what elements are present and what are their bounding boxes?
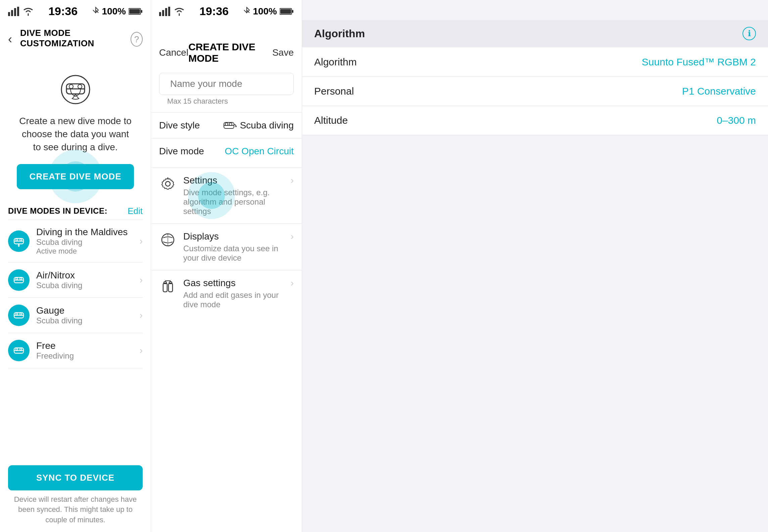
dive-mode-info-maldives: Diving in the Maldives Scuba diving Acti… [36, 227, 140, 256]
panel-dive-mode-customization: 19:36 100% ‹ DIVE MODE CUSTOMIZATION ? [0, 0, 151, 532]
dive-mode-name: Free [36, 340, 140, 351]
svg-point-10 [69, 85, 73, 89]
algorithm-header: Algorithm ℹ [302, 20, 768, 47]
name-input-wrapper [159, 73, 294, 95]
dive-mode-item-free[interactable]: Free Freediving › [0, 333, 151, 368]
chevron-icon: › [140, 345, 143, 356]
info-icon-symbol: ℹ [748, 29, 751, 38]
save-button[interactable]: Save [272, 47, 294, 58]
svg-point-15 [20, 239, 22, 241]
dive-mascot-icon [59, 73, 92, 106]
dive-style-text: Scuba diving [240, 120, 294, 131]
svg-rect-34 [280, 9, 291, 14]
battery-icon-2 [280, 8, 294, 15]
signal-icon-2 [159, 7, 171, 16]
displays-menu-item[interactable]: Displays Customize data you see in your … [151, 223, 302, 270]
mode-name-input[interactable] [170, 78, 290, 89]
dive-mode-sub: Scuba diving [36, 316, 140, 325]
svg-rect-0 [8, 12, 10, 16]
gas-settings-title: Gas settings [183, 278, 291, 288]
dive-mode-list: Diving in the Maldives Scuba diving Acti… [0, 220, 151, 368]
algo-row-1[interactable]: Personal P1 Conservative [302, 77, 768, 106]
displays-desc: Customize data you see in your dive devi… [183, 244, 291, 263]
scuba-icon [223, 120, 237, 130]
name-input-section: Max 15 characters [151, 69, 302, 112]
dive-mode-item-gauge[interactable]: Gauge Scuba diving › [0, 298, 151, 333]
algo-row-label: Personal [314, 86, 354, 97]
svg-point-38 [229, 123, 232, 125]
algo-row-label: Altitude [314, 115, 348, 126]
battery-icons-2: 100% [243, 6, 294, 17]
dive-mode-name: Air/Nitrox [36, 270, 140, 281]
algo-row-0[interactable]: Algorithm Suunto Fused™ RGBM 2 [302, 48, 768, 77]
battery-pct-1: 100% [102, 6, 126, 17]
dive-modes-section-title: DIVE MODES IN DEVICE: [8, 206, 107, 216]
display-icon [159, 231, 177, 249]
svg-point-40 [165, 181, 170, 186]
gas-settings-menu-item[interactable]: Gas settings Add and edit gases in your … [151, 270, 302, 317]
algo-row-value: 0–300 m [717, 115, 756, 126]
bluetooth-icon [92, 7, 99, 16]
input-hint: Max 15 characters [159, 95, 294, 109]
algo-row-value: Suunto Fused™ RGBM 2 [642, 56, 756, 68]
displays-title: Displays [183, 231, 291, 242]
dive-mode-item-airnitrox[interactable]: Air/Nitrox Scuba diving › [0, 263, 151, 298]
svg-rect-29 [162, 10, 164, 16]
edit-button[interactable]: Edit [128, 206, 143, 216]
status-bar-2: 19:36 100% [151, 0, 302, 21]
svg-rect-43 [169, 283, 173, 292]
dive-mode-name: Diving in the Maldives [36, 227, 140, 237]
algorithm-rows: Algorithm Suunto Fused™ RGBM 2 Personal … [302, 48, 768, 135]
svg-point-18 [16, 278, 18, 280]
sync-note: Device will restart after changes have b… [8, 494, 143, 525]
gas-settings-chevron: › [291, 278, 294, 288]
gas-icon [159, 278, 177, 295]
svg-rect-31 [168, 7, 170, 16]
dive-mode-icon-maldives [8, 230, 30, 252]
time-display-1: 19:36 [48, 5, 78, 18]
dive-mode-sub: Scuba diving [36, 237, 140, 247]
signal-icon [8, 7, 20, 16]
svg-point-27 [20, 348, 22, 350]
info-button[interactable]: ℹ [742, 27, 756, 40]
svg-point-41 [162, 234, 174, 246]
algo-row-value: P1 Conservative [682, 86, 756, 97]
dive-style-value: Scuba diving [223, 120, 294, 131]
signal-icons-2 [159, 7, 185, 16]
chevron-icon: › [140, 310, 143, 321]
svg-rect-33 [292, 10, 293, 13]
hero-section: Create a new dive mode to choose the dat… [0, 59, 151, 199]
svg-point-22 [16, 313, 18, 315]
dive-mode-icon-gauge [8, 305, 30, 326]
page-title-1: DIVE MODE CUSTOMIZATION [12, 24, 131, 54]
nav-bar-1: ‹ DIVE MODE CUSTOMIZATION ? [0, 21, 151, 59]
algorithm-header-title: Algorithm [314, 28, 365, 40]
create-dive-mode-button[interactable]: CREATE DIVE MODE [17, 164, 134, 189]
dive-mode-row[interactable]: Dive mode OC Open Circuit [151, 138, 302, 164]
svg-point-19 [20, 278, 22, 280]
battery-icons-1: 100% [92, 6, 143, 17]
help-button[interactable]: ? [131, 32, 143, 47]
dive-style-row[interactable]: Dive style Scuba diving [151, 112, 302, 138]
displays-content: Displays Customize data you see in your … [183, 231, 291, 263]
menu-section: Settings Dive mode settings, e.g. algori… [151, 164, 302, 320]
algo-row-label: Algorithm [314, 56, 357, 68]
sync-to-device-button[interactable]: SYNC TO DEVICE [8, 465, 143, 490]
back-button[interactable]: ‹ [8, 32, 12, 46]
svg-point-37 [225, 123, 228, 125]
gas-settings-desc: Add and edit gases in your dive mode [183, 290, 291, 309]
svg-point-26 [16, 348, 18, 350]
dive-mode-info-free: Free Freediving [36, 340, 140, 361]
battery-icon [129, 8, 143, 15]
svg-point-11 [78, 85, 82, 89]
dive-mode-item-maldives[interactable]: Diving in the Maldives Scuba diving Acti… [0, 220, 151, 262]
sync-section: SYNC TO DEVICE Device will restart after… [0, 459, 151, 532]
svg-rect-2 [14, 8, 16, 16]
dive-mode-info-gauge: Gauge Scuba diving [36, 305, 140, 325]
settings-menu-item[interactable]: Settings Dive mode settings, e.g. algori… [151, 167, 302, 223]
algo-row-2[interactable]: Altitude 0–300 m [302, 106, 768, 135]
displays-chevron: › [291, 231, 294, 242]
settings-chevron: › [291, 175, 294, 186]
cancel-button[interactable]: Cancel [159, 47, 188, 58]
svg-rect-6 [129, 9, 140, 14]
